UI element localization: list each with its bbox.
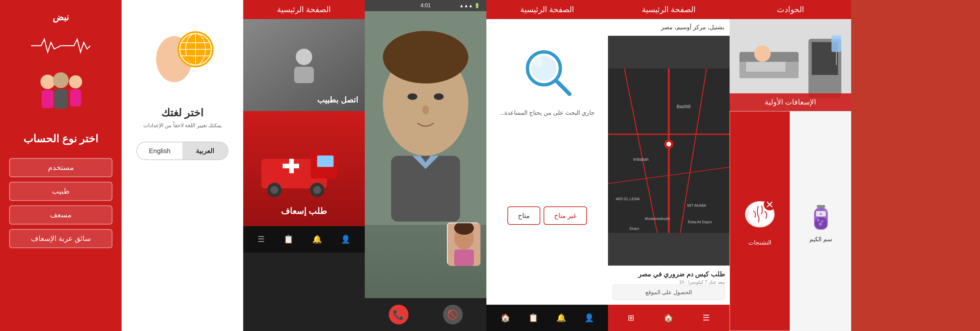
end-call-icon: 📞 [393,309,404,320]
nav-grid-icon[interactable]: ⊞ [628,313,634,323]
svg-rect-37 [454,250,474,266]
svg-point-41 [533,57,543,67]
get-location-btn[interactable]: الحصول على الموقع [612,285,725,300]
option-paramedic[interactable]: مسعف [9,205,113,224]
ambulance-card[interactable]: طلب إسعاف [243,111,365,226]
arabic-btn[interactable]: العربية [182,142,228,159]
nav-icon-3[interactable]: 🔔 [312,235,322,244]
screen-main1: الصفحة الرئيسية اتصل بطبيب [243,0,365,331]
map-area[interactable]: Bashtil Imbabah ARD EL LEWA MIT AKABA Mo… [608,36,730,266]
svg-rect-19 [317,156,334,167]
screen-first-aid: الحوادث الإسعافات الأولية [730,0,851,331]
svg-point-29 [407,93,417,100]
first-aid-top-card[interactable]: الإسعافات الأولية [730,19,851,111]
svg-point-74 [821,220,824,223]
svg-rect-70 [817,205,825,207]
nav-home-icon[interactable]: 🏠 [501,313,511,323]
ambulance-label-area: طلب إسعاف [243,193,365,226]
mute-video-icon: 🚫 [447,309,458,320]
signal-icons: ▲▲▲ 🔋 [460,3,480,8]
poisoning-label: سم الكيم [810,236,832,243]
option-driver[interactable]: سائق عربة الإسعاف [9,229,113,248]
seizures-card[interactable]: التشنجات [730,111,790,331]
svg-text:Zinayn: Zinayn [629,227,639,231]
choose-lang-label: اختر لغتك [161,107,204,119]
search-icon-area [521,45,573,99]
screen-language: اختر لغتك يمكنك تغيير اللغة لاحقاً من ال… [122,0,243,331]
svg-point-75 [819,223,822,226]
svg-point-60 [754,45,771,62]
svg-text:Moatamadeyah: Moatamadeyah [645,216,670,221]
main-video-feed [365,11,486,298]
option-user[interactable]: مستخدم [9,158,113,177]
svg-rect-5 [70,89,81,107]
poisoning-card[interactable]: ☠ سم الكيم [791,111,851,331]
english-btn[interactable]: English [137,142,182,159]
screen1-topbar [0,0,122,8]
screen6-title: الصفحة الرئيسية [608,0,730,19]
people-icon [28,69,94,119]
svg-point-2 [53,72,69,88]
svg-line-40 [556,81,570,94]
nav-menu-icon[interactable]: ☰ [703,313,710,323]
location-label: بشتيل، مركز أوسيم، مصر [608,19,730,36]
map-visual: Bashtil Imbabah ARD EL LEWA MIT AKABA Mo… [608,36,730,266]
ambulance-icon [255,139,353,198]
screen-search: الصفحة الرئيسية جاري البحث على من يحتاج … [486,0,608,331]
nav-icon-2[interactable]: 📋 [284,235,293,244]
nav-user-icon[interactable]: 👤 [584,313,594,323]
svg-text:☠: ☠ [819,212,822,215]
svg-point-30 [434,93,444,100]
poison-icon: ☠ [805,199,837,232]
svg-rect-61 [746,62,786,72]
choose-account-label: اختر نوع الحساب [23,132,99,145]
nav-list-icon[interactable]: 📋 [528,313,538,323]
search-description: جاري البحث على من يحتاج المساعدة... [490,109,605,116]
request-distance: يبعد عنك 7 كيلومترا · 1h [612,279,725,285]
account-options: مستخدم طبيب مسعف سائق عربة الإسعاف [9,158,113,248]
screen3-bottom-nav: ☰ 📋 🔔 👤 [243,226,365,253]
search-magnifier-icon [521,45,573,98]
option-doctor[interactable]: طبيب [9,182,113,201]
screen-video-call: 4:01 ▲▲▲ 🔋 [365,0,486,331]
language-icon-area [150,26,215,93]
svg-text:MIT AKABA: MIT AKABA [687,204,706,207]
svg-point-4 [69,75,82,88]
heartbeat-logo [31,36,91,56]
nav-icon-1[interactable]: ☰ [258,235,265,244]
mute-video-btn[interactable]: 🚫 [443,305,463,325]
first-aid-grid: التشنجات ☠ سم الكيم [730,111,851,331]
screen5-bottom-nav: 🏠 📋 🔔 👤 [486,305,608,331]
end-call-btn[interactable]: 📞 [389,305,409,325]
svg-point-0 [40,75,55,89]
screen3-title: الصفحة الرئيسية [243,0,365,19]
seizures-label: التشنجات [748,239,771,246]
status-bar: 4:01 ▲▲▲ 🔋 [365,0,486,11]
pip-caller [448,223,480,266]
language-toggle: English العربية [136,142,228,160]
contact-doctor-label: اتصل بطبيب [317,95,358,105]
svg-point-23 [313,186,321,194]
svg-point-15 [296,49,312,65]
svg-rect-16 [294,67,314,83]
svg-point-28 [383,31,468,83]
nav-home2-icon[interactable]: 🏠 [663,313,673,323]
available-btn[interactable]: متاح [508,207,540,225]
contact-doctor-card[interactable]: اتصل بطبيب [243,19,365,111]
svg-point-31 [422,105,429,115]
svg-point-73 [817,219,819,221]
availability-toggle: متاح غير متاح [508,207,587,225]
nav-icon-4[interactable]: 👤 [341,235,351,244]
screen6-bottom-nav: ⊞ 🏠 ☰ [608,305,730,331]
first-aid-label: الإسعافات الأولية [730,93,851,111]
doctor-icon [284,45,324,85]
svg-rect-3 [54,89,67,109]
unavailable-btn[interactable]: غير متاح [544,207,587,225]
svg-point-21 [270,186,278,194]
screen5-title: الصفحة الرئيسية [486,0,608,19]
caller-face [365,11,486,225]
pip-video-feed [447,223,480,265]
brain-icon [740,196,780,236]
request-title: طلب كيس دم ضروري في مصر [612,270,725,278]
nav-bell-icon[interactable]: 🔔 [556,313,566,323]
